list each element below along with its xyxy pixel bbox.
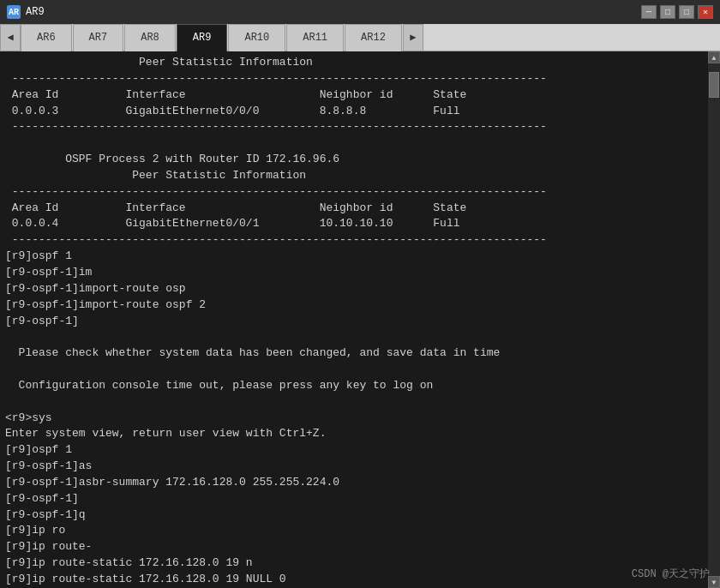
scrollbar-thumb[interactable]	[709, 72, 719, 98]
title-bar: AR AR9 ─ □ □ ✕	[0, 0, 720, 24]
scrollbar: ▲ ▼	[708, 51, 720, 588]
terminal-output[interactable]: Peer Statistic Information -------------…	[0, 51, 708, 588]
scrollbar-up-button[interactable]: ▲	[708, 51, 720, 63]
scrollbar-down-button[interactable]: ▼	[708, 576, 720, 588]
tab-ar11[interactable]: AR11	[286, 24, 344, 51]
app-icon: AR	[7, 5, 21, 19]
window-title: AR9	[26, 6, 641, 18]
tab-ar6[interactable]: AR6	[21, 24, 72, 51]
tab-next-button[interactable]: ▶	[403, 24, 423, 51]
window-controls: ─ □ □ ✕	[641, 5, 713, 19]
tab-ar9[interactable]: AR9	[177, 24, 228, 51]
tab-prev-button[interactable]: ◀	[0, 24, 21, 51]
close-button[interactable]: ✕	[698, 5, 713, 19]
maximize-button[interactable]: □	[679, 5, 694, 19]
tab-ar8[interactable]: AR8	[124, 24, 176, 51]
tab-ar7[interactable]: AR7	[73, 24, 124, 51]
scrollbar-track[interactable]	[708, 63, 720, 576]
watermark: CSDN @天之守护	[632, 567, 710, 581]
tab-bar: ◀ AR6 AR7 AR8 AR9 AR10 AR11 AR12 ▶	[0, 24, 720, 51]
terminal-wrapper: Peer Statistic Information -------------…	[0, 51, 720, 588]
tab-ar12[interactable]: AR12	[345, 24, 402, 51]
minimize-button[interactable]: ─	[641, 5, 657, 19]
restore-button[interactable]: □	[660, 5, 675, 19]
tab-ar10[interactable]: AR10	[228, 24, 285, 51]
